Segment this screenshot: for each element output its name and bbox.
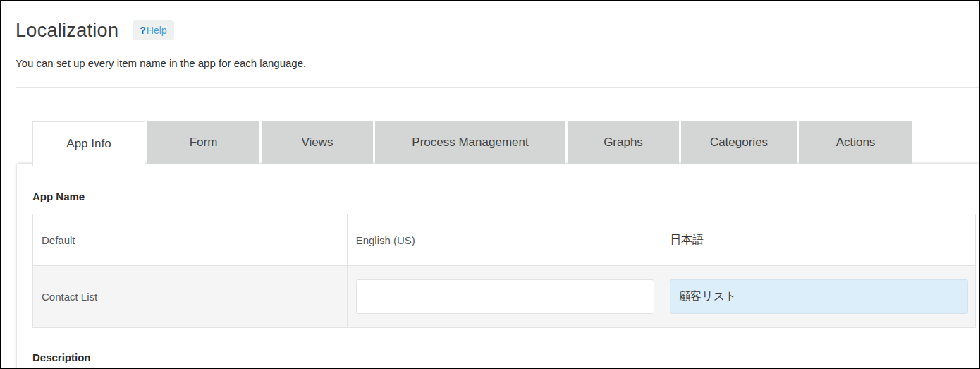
help-button[interactable]: ? Help [133, 20, 173, 40]
tab-app-info[interactable]: App Info [32, 121, 145, 166]
tab-process-management[interactable]: Process Management [375, 121, 565, 164]
description-section-heading: Description [32, 351, 980, 364]
app-name-english-input[interactable] [356, 279, 654, 314]
tab-form[interactable]: Form [147, 121, 259, 164]
app-name-localization-table: Default English (US) 日本語 Contact List [32, 214, 976, 328]
page-title: Localization [16, 20, 118, 41]
help-button-label: Help [147, 25, 167, 36]
tab-categories[interactable]: Categories [681, 121, 797, 164]
table-header-row: Default English (US) 日本語 [33, 214, 976, 266]
page-description: You can set up every item name in the ap… [16, 57, 964, 70]
settings-tab-bar: App Info Form Views Process Management G… [32, 121, 912, 166]
app-name-default-value: Contact List [33, 266, 348, 328]
column-header-english-us: English (US) [347, 214, 661, 266]
column-header-japanese: 日本語 [661, 214, 976, 266]
localization-settings-page: Localization ? Help You can set up every… [0, 0, 980, 369]
tab-graphs[interactable]: Graphs [568, 121, 679, 164]
question-mark-icon: ? [140, 25, 146, 36]
column-header-default: Default [33, 214, 348, 266]
tab-views[interactable]: Views [262, 121, 373, 164]
app-name-english-cell [347, 266, 661, 328]
app-name-japanese-input[interactable] [670, 279, 968, 314]
app-name-section-heading: App Name [32, 164, 980, 203]
table-row: Contact List [33, 266, 976, 328]
app-name-japanese-cell [661, 266, 976, 328]
tab-actions[interactable]: Actions [799, 121, 912, 164]
header-divider [16, 87, 979, 88]
page-header: Localization ? Help You can set up every… [1, 1, 979, 70]
app-info-tab-panel: App Name Default English (US) 日本語 Contac… [17, 164, 980, 369]
